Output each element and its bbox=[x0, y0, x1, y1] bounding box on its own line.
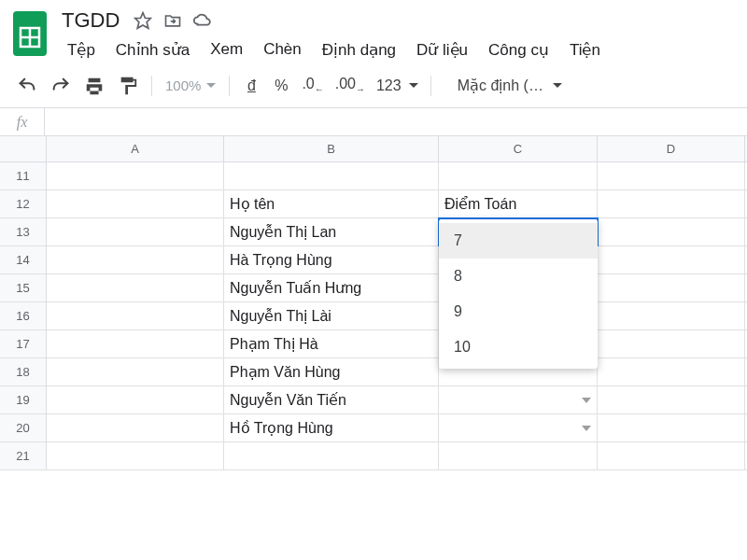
separator bbox=[151, 76, 152, 96]
move-folder-icon[interactable] bbox=[162, 10, 183, 31]
row-header[interactable]: 12 bbox=[0, 190, 47, 217]
menu-file[interactable]: Tệp bbox=[58, 36, 105, 63]
data-validation-dropdown: 7 8 9 10 bbox=[439, 219, 598, 369]
row-header[interactable]: 18 bbox=[0, 358, 47, 385]
sheets-logo[interactable] bbox=[11, 7, 49, 56]
row-header[interactable]: 13 bbox=[0, 218, 47, 245]
undo-button[interactable] bbox=[11, 70, 43, 102]
menu-format[interactable]: Định dạng bbox=[313, 36, 405, 63]
row-header[interactable]: 16 bbox=[0, 302, 47, 329]
separator bbox=[430, 76, 431, 96]
cell-D16[interactable] bbox=[598, 302, 745, 329]
redo-button[interactable] bbox=[45, 70, 77, 102]
cloud-status-icon[interactable] bbox=[192, 10, 213, 31]
cell-A21[interactable] bbox=[47, 442, 224, 469]
print-button[interactable] bbox=[78, 70, 110, 102]
row-header[interactable]: 17 bbox=[0, 330, 47, 357]
select-all-corner[interactable] bbox=[0, 136, 47, 161]
cell-C11[interactable] bbox=[439, 162, 598, 189]
fx-label: fx bbox=[0, 108, 45, 136]
formula-input[interactable] bbox=[45, 108, 747, 135]
cell-A14[interactable] bbox=[47, 246, 224, 273]
svg-marker-4 bbox=[135, 13, 151, 29]
menu-insert[interactable]: Chèn bbox=[254, 36, 311, 63]
cell-A18[interactable] bbox=[47, 358, 224, 385]
formula-bar: fx bbox=[0, 108, 747, 136]
cell-A17[interactable] bbox=[47, 330, 224, 357]
cell-B21[interactable] bbox=[224, 442, 439, 469]
menu-extensions[interactable]: Tiện bbox=[560, 36, 610, 63]
decrease-decimal-button[interactable]: .0← bbox=[297, 70, 328, 102]
cell-B16[interactable]: Nguyễn Thị Lài bbox=[224, 302, 439, 329]
cell-A20[interactable] bbox=[47, 414, 224, 441]
cell-C19[interactable] bbox=[439, 386, 598, 413]
dropdown-arrow-icon[interactable] bbox=[582, 398, 591, 403]
cell-D18[interactable] bbox=[598, 358, 745, 385]
row-header[interactable]: 15 bbox=[0, 274, 47, 301]
cell-A13[interactable] bbox=[47, 218, 224, 245]
cell-A16[interactable] bbox=[47, 302, 224, 329]
menu-data[interactable]: Dữ liệu bbox=[407, 36, 477, 63]
cell-B15[interactable]: Nguyễn Tuấn Hưng bbox=[224, 274, 439, 301]
more-formats-button[interactable]: 123 bbox=[372, 70, 423, 102]
separator bbox=[229, 76, 230, 96]
cell-D17[interactable] bbox=[598, 330, 745, 357]
cell-D15[interactable] bbox=[598, 274, 745, 301]
col-header-C[interactable]: C bbox=[439, 136, 598, 161]
cell-B14[interactable]: Hà Trọng Hùng bbox=[224, 246, 439, 273]
format-currency-button[interactable]: đ bbox=[237, 70, 265, 102]
menu-view[interactable]: Xem bbox=[201, 36, 252, 63]
cell-D11[interactable] bbox=[598, 162, 745, 189]
row-header[interactable]: 14 bbox=[0, 246, 47, 273]
dropdown-option[interactable]: 8 bbox=[439, 259, 598, 294]
dropdown-arrow-icon[interactable] bbox=[582, 426, 591, 431]
spreadsheet-grid: A B C D 11 12 Họ tên Điểm Toán 13 Nguyễn… bbox=[0, 136, 747, 470]
col-header-D[interactable]: D bbox=[598, 136, 745, 161]
dropdown-option[interactable]: 7 bbox=[439, 223, 598, 259]
doc-title[interactable]: TGDD bbox=[58, 8, 123, 33]
cell-C20[interactable] bbox=[439, 414, 598, 441]
menu-tools[interactable]: Công cụ bbox=[479, 36, 558, 63]
cell-D19[interactable] bbox=[598, 386, 745, 413]
cell-B20[interactable]: Hồ Trọng Hùng bbox=[224, 414, 439, 441]
cell-A12[interactable] bbox=[47, 190, 224, 217]
toolbar: 100% đ % .0← .00→ 123 Mặc định (… bbox=[0, 63, 747, 108]
cell-C21[interactable] bbox=[439, 442, 598, 469]
cell-B11[interactable] bbox=[224, 162, 439, 189]
cell-B19[interactable]: Nguyễn Văn Tiến bbox=[224, 386, 439, 413]
cell-B17[interactable]: Phạm Thị Hà bbox=[224, 330, 439, 357]
increase-decimal-button[interactable]: .00→ bbox=[331, 70, 370, 102]
cell-C12[interactable]: Điểm Toán bbox=[439, 190, 598, 217]
font-family-select[interactable]: Mặc định (… bbox=[448, 77, 571, 94]
cell-B18[interactable]: Phạm Văn Hùng bbox=[224, 358, 439, 385]
zoom-select[interactable]: 100% bbox=[160, 77, 221, 93]
star-icon[interactable] bbox=[133, 10, 153, 31]
cell-B13[interactable]: Nguyễn Thị Lan bbox=[224, 218, 439, 245]
cell-A11[interactable] bbox=[47, 162, 224, 189]
format-percent-button[interactable]: % bbox=[267, 70, 295, 102]
paint-format-button[interactable] bbox=[112, 70, 144, 102]
header: TGDD Tệp Chỉnh sửa Xem Chèn Định dạng Dữ… bbox=[0, 0, 747, 63]
cell-A15[interactable] bbox=[47, 274, 224, 301]
chevron-down-icon bbox=[206, 83, 216, 88]
row-header[interactable]: 21 bbox=[0, 442, 47, 469]
cell-D14[interactable] bbox=[598, 246, 745, 273]
cell-B12[interactable]: Họ tên bbox=[224, 190, 439, 217]
cell-D21[interactable] bbox=[598, 442, 745, 469]
dropdown-option[interactable]: 9 bbox=[439, 294, 598, 329]
row-header[interactable]: 19 bbox=[0, 386, 47, 413]
row-header[interactable]: 11 bbox=[0, 162, 47, 189]
col-header-B[interactable]: B bbox=[224, 136, 439, 161]
col-header-A[interactable]: A bbox=[47, 136, 224, 161]
menu-bar: Tệp Chỉnh sửa Xem Chèn Định dạng Dữ liệu… bbox=[58, 35, 736, 63]
cell-D12[interactable] bbox=[598, 190, 745, 217]
dropdown-option[interactable]: 10 bbox=[439, 329, 598, 365]
menu-edit[interactable]: Chỉnh sửa bbox=[106, 36, 199, 63]
row-header[interactable]: 20 bbox=[0, 414, 47, 441]
cell-A19[interactable] bbox=[47, 386, 224, 413]
cell-D13[interactable] bbox=[598, 218, 745, 245]
cell-D20[interactable] bbox=[598, 414, 745, 441]
chevron-down-icon bbox=[553, 83, 562, 88]
chevron-down-icon bbox=[409, 83, 418, 88]
